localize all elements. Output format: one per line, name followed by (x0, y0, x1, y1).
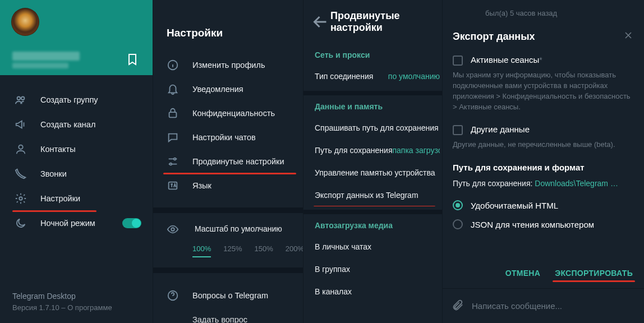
saved-messages-button[interactable] (126, 53, 139, 66)
export-button[interactable]: ЭКСПОРТИРОВАТЬ (555, 269, 633, 278)
drawer-header (0, 0, 153, 75)
zoom-200[interactable]: 200% (286, 244, 303, 257)
compose-bar: Написать сообщение... (443, 288, 644, 323)
attach-button[interactable] (452, 299, 464, 313)
section-data: Данные и память (303, 95, 442, 117)
eye-icon (167, 223, 179, 236)
row-save-path[interactable]: Путь для сохранения папка загрузок (303, 139, 442, 162)
radio-html[interactable]: Удобочитаемый HTML (453, 196, 634, 215)
settings-row-language[interactable]: Язык (153, 173, 303, 197)
radio-label: JSON для чтения компьютером (471, 220, 594, 229)
cancel-button[interactable]: ОТМЕНА (505, 269, 540, 278)
arrow-left-icon (310, 11, 330, 33)
row-label: Управление памятью устройства (315, 168, 435, 177)
contact-icon (15, 143, 27, 155)
question-icon (167, 313, 179, 324)
close-button[interactable] (623, 30, 634, 44)
settings-row-label: Вопросы о Telegram (192, 291, 268, 300)
row-label: В каналах (315, 287, 352, 296)
settings-row-label: Конфиденциальность (192, 109, 275, 118)
settings-row-faq[interactable]: Вопросы о Telegram (153, 283, 303, 307)
compose-input[interactable]: Написать сообщение... (472, 301, 562, 311)
row-label: Спрашивать путь для сохранения (315, 123, 439, 132)
svg-point-3 (19, 197, 22, 200)
sidebar-item-calls[interactable]: Звонки (0, 162, 153, 186)
zoom-label: Масштаб по умолчанию (195, 224, 282, 233)
check-desc-other: Другие данные, не перечисленные выше (be… (453, 137, 634, 158)
checkbox-icon[interactable] (453, 125, 463, 135)
sidebar-item-label: Настройки (40, 194, 80, 203)
zoom-150[interactable]: 150% (255, 244, 273, 257)
path-link[interactable]: Downloads\Telegram … (535, 179, 618, 188)
back-button[interactable] (310, 11, 330, 33)
row-memory[interactable]: Управление памятью устройства (303, 162, 442, 184)
svg-point-9 (171, 228, 174, 231)
help-icon (167, 289, 179, 302)
export-title: Экспорт данных (453, 31, 535, 43)
check-other-data[interactable]: Другие данные (453, 120, 634, 137)
night-mode-toggle[interactable] (122, 218, 141, 228)
row-media-channels[interactable]: В каналах (303, 280, 442, 303)
phone-icon (15, 168, 27, 180)
drawer-menu: Создать группу Создать канал Контакты Зв… (0, 75, 153, 290)
settings-row-zoom[interactable]: Масштаб по умолчанию 100% 125% 150% 200% (153, 223, 303, 257)
chat-last-seen: был(а) 5 часов назад (485, 9, 557, 17)
settings-title: Настройки (153, 0, 303, 53)
megaphone-icon (15, 118, 27, 131)
radio-json[interactable]: JSON для чтения компьютером (453, 215, 634, 234)
row-label: В группах (315, 265, 350, 274)
export-path-row[interactable]: Путь для сохранения: Downloads\Telegram … (453, 179, 634, 196)
sidebar-item-night-mode[interactable]: Ночной режим (0, 211, 153, 236)
settings-row-advanced[interactable]: Продвинутые настройки (153, 149, 303, 173)
svg-point-2 (19, 145, 22, 149)
main-drawer: Создать группу Создать канал Контакты Зв… (0, 0, 153, 323)
row-value: по умолчанию (388, 72, 440, 81)
radio-icon[interactable] (453, 200, 463, 210)
row-label: Путь для сохранения (315, 146, 392, 155)
app-version[interactable]: Версия 1.7.10 – О программе (12, 302, 153, 313)
sidebar-item-contacts[interactable]: Контакты (0, 137, 153, 162)
avatar[interactable] (11, 8, 39, 36)
sidebar-item-label: Звонки (40, 169, 67, 178)
row-media-pm[interactable]: В личных чатах (303, 236, 442, 258)
sidebar-item-settings[interactable]: Настройки (0, 186, 153, 211)
row-value: папка загрузок (392, 146, 440, 155)
sidebar-item-label: Ночной режим (40, 219, 95, 228)
settings-row-ask[interactable]: Задать вопрос (153, 307, 303, 323)
radio-icon[interactable] (453, 219, 463, 229)
row-export-data[interactable]: Экспорт данных из Telegram (303, 184, 442, 206)
chat-icon (167, 131, 179, 144)
settings-row-profile[interactable]: Изменить профиль (153, 53, 303, 77)
settings-row-label: Уведомления (192, 85, 243, 94)
check-label: Активные сеансы (471, 55, 539, 64)
row-label: Экспорт данных из Telegram (315, 191, 418, 200)
sidebar-item-create-group[interactable]: Создать группу (0, 87, 153, 112)
settings-row-notifications[interactable]: Уведомления (153, 77, 303, 101)
advanced-panel: Продвинутые настройки Сеть и прокси Тип … (303, 0, 442, 323)
settings-row-privacy[interactable]: Конфиденциальность (153, 101, 303, 125)
export-dialog: Экспорт данных Активные сеансы* Мы храни… (443, 22, 644, 288)
zoom-125[interactable]: 125% (223, 244, 242, 257)
row-label: Тип соединения (315, 72, 373, 81)
app-name: Telegram Desktop (12, 290, 153, 302)
bookmark-icon (126, 53, 139, 66)
settings-row-chats[interactable]: Настройки чатов (153, 125, 303, 149)
checkbox-icon[interactable] (453, 56, 463, 66)
check-active-sessions[interactable]: Активные сеансы* (453, 50, 634, 68)
bell-icon (167, 83, 179, 95)
svg-point-7 (170, 163, 172, 165)
path-label: Путь для сохранения: (453, 179, 535, 188)
sidebar-item-label: Создать канал (40, 120, 95, 129)
paperclip-icon (452, 299, 464, 311)
svg-point-6 (174, 158, 176, 160)
row-media-groups[interactable]: В группах (303, 258, 442, 280)
svg-point-0 (17, 97, 20, 100)
sidebar-item-create-channel[interactable]: Создать канал (0, 112, 153, 137)
settings-panel: Настройки Изменить профиль Уведомления К… (153, 0, 303, 323)
row-ask-path[interactable]: Спрашивать путь для сохранения (303, 117, 442, 139)
zoom-100[interactable]: 100% (192, 244, 211, 257)
sidebar-item-label: Создать группу (40, 95, 98, 104)
gear-icon (15, 192, 27, 205)
check-desc-sessions: Мы храним эту информацию, чтобы показыва… (453, 68, 634, 120)
row-connection-type[interactable]: Тип соединения по умолчанию (303, 65, 442, 87)
